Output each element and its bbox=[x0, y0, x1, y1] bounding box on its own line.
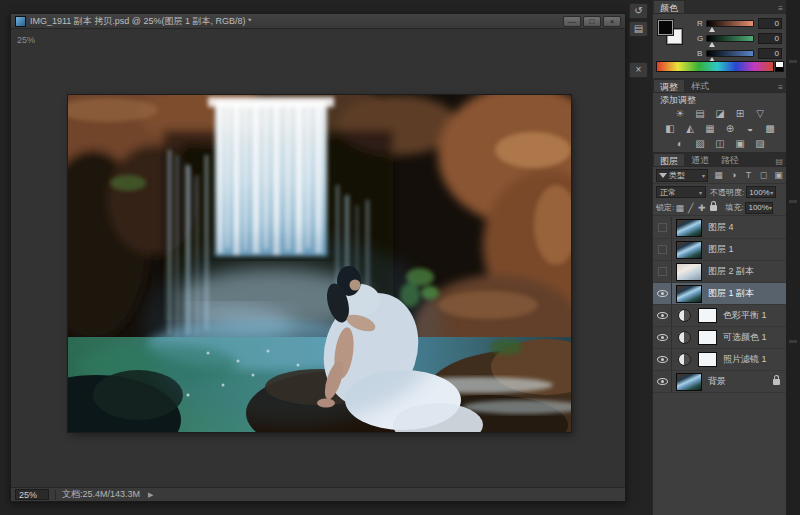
color-spectrum-ramp[interactable] bbox=[656, 61, 774, 72]
gradient-map-icon[interactable]: ▣ bbox=[734, 137, 747, 150]
layer-mask-thumbnail[interactable] bbox=[698, 330, 717, 345]
visibility-toggle[interactable] bbox=[653, 371, 672, 392]
visibility-toggle[interactable] bbox=[653, 283, 672, 304]
visibility-toggle[interactable] bbox=[653, 261, 672, 282]
filter-shape-layers-icon[interactable]: ◻ bbox=[758, 168, 769, 182]
lock-position-icon[interactable]: ✚ bbox=[696, 203, 707, 213]
channel-mixer-icon[interactable]: ◒ bbox=[744, 122, 757, 135]
blue-slider[interactable] bbox=[706, 50, 754, 57]
layer-row-photo-filter[interactable]: 照片滤镜 1 bbox=[653, 349, 787, 371]
vibrance-icon[interactable]: ▽ bbox=[754, 107, 767, 120]
status-zoom-field[interactable]: 25% bbox=[15, 489, 49, 500]
brightness-contrast-icon[interactable]: ☀ bbox=[674, 107, 687, 120]
green-value-field[interactable]: 0 bbox=[758, 33, 782, 44]
layer-row-selective-color[interactable]: 可选颜色 1 bbox=[653, 327, 787, 349]
photo-image[interactable] bbox=[68, 95, 571, 432]
exposure-icon[interactable]: ⊞ bbox=[734, 107, 747, 120]
tab-paths[interactable]: 路径 bbox=[715, 153, 745, 166]
layer-row-1-copy-selected[interactable]: 图层 1 副本 bbox=[653, 283, 787, 305]
filter-pixel-layers-icon[interactable]: ▦ bbox=[713, 168, 724, 182]
black-white-icon[interactable]: ▦ bbox=[704, 122, 717, 135]
filter-type-layers-icon[interactable]: T bbox=[743, 168, 754, 182]
fill-field[interactable]: 100% ▾ bbox=[745, 202, 773, 214]
slider-label-g: G bbox=[697, 34, 706, 43]
visibility-toggle[interactable] bbox=[653, 239, 672, 260]
color-balance-icon[interactable]: ◭ bbox=[684, 122, 697, 135]
document-titlebar[interactable]: IMG_1911 副本 拷贝.psd @ 25%(图层 1 副本, RGB/8)… bbox=[11, 14, 625, 29]
lock-pixels-icon[interactable]: ╱ bbox=[685, 203, 696, 213]
color-swatches[interactable] bbox=[658, 20, 684, 46]
tab-layers[interactable]: 图层 bbox=[653, 153, 685, 166]
layer-mask-thumbnail[interactable] bbox=[698, 308, 717, 323]
minimize-button[interactable]: — bbox=[563, 16, 581, 27]
levels-icon[interactable]: ▤ bbox=[694, 107, 707, 120]
filter-smart-object-icon[interactable]: ▣ bbox=[773, 168, 784, 182]
screen: IMG_1911 副本 拷贝.psd @ 25%(图层 1 副本, RGB/8)… bbox=[0, 0, 800, 515]
opacity-field[interactable]: 100% ▾ bbox=[746, 186, 776, 198]
curves-icon[interactable]: ◪ bbox=[714, 107, 727, 120]
hue-saturation-icon[interactable]: ◧ bbox=[664, 122, 677, 135]
layer-row-2-copy[interactable]: 图层 2 副本 bbox=[653, 261, 787, 283]
adjustments-hint: 添加调整 bbox=[660, 94, 696, 107]
photo-filter-icon[interactable]: ⊕ bbox=[724, 122, 737, 135]
history-panel-icon[interactable]: ↺ bbox=[629, 3, 648, 19]
posterize-icon[interactable]: ▧ bbox=[694, 137, 707, 150]
visibility-toggle[interactable] bbox=[653, 327, 672, 348]
layer-thumbnail[interactable] bbox=[676, 373, 702, 391]
selective-color-icon[interactable]: ▨ bbox=[754, 137, 767, 150]
adjustment-layer-icon[interactable] bbox=[678, 331, 691, 344]
lock-all-icon[interactable] bbox=[710, 205, 717, 211]
close-button[interactable]: × bbox=[603, 16, 621, 27]
close-panel-icon[interactable]: × bbox=[629, 62, 648, 78]
red-slider-thumb[interactable] bbox=[709, 27, 715, 32]
fill-caret-icon: ▾ bbox=[769, 204, 772, 211]
tab-adjustments[interactable]: 调整 bbox=[653, 79, 685, 92]
fill-value: 100% bbox=[748, 203, 768, 212]
layer-thumbnail[interactable] bbox=[676, 285, 702, 303]
visibility-toggle[interactable] bbox=[653, 349, 672, 370]
eye-hidden-icon bbox=[658, 267, 667, 276]
ramp-end-swatches[interactable] bbox=[775, 61, 784, 72]
layer-thumbnail[interactable] bbox=[676, 219, 702, 237]
tab-channels[interactable]: 通道 bbox=[685, 153, 715, 166]
adjustment-layer-icon[interactable] bbox=[678, 353, 691, 366]
visibility-toggle[interactable] bbox=[653, 305, 672, 326]
eye-icon bbox=[657, 312, 668, 319]
filter-adjustment-layers-icon[interactable]: ◑ bbox=[728, 168, 739, 182]
canvas-area[interactable]: 25% bbox=[11, 30, 625, 488]
green-slider[interactable] bbox=[706, 35, 754, 42]
foreground-color-swatch[interactable] bbox=[658, 20, 673, 35]
tab-color[interactable]: 颜色 bbox=[653, 0, 685, 13]
layer-row-background[interactable]: 背景 bbox=[653, 371, 787, 393]
status-expand-icon[interactable]: ▶ bbox=[148, 491, 153, 499]
green-slider-thumb[interactable] bbox=[709, 42, 715, 47]
background-lock-icon bbox=[773, 379, 780, 385]
layer-thumbnail[interactable] bbox=[676, 241, 702, 259]
layer-row-color-balance[interactable]: 色彩平衡 1 bbox=[653, 305, 787, 327]
color-lookup-icon[interactable]: ▩ bbox=[764, 122, 777, 135]
red-value-field[interactable]: 0 bbox=[758, 18, 782, 29]
tab-styles[interactable]: 样式 bbox=[685, 79, 715, 92]
layer-mask-thumbnail[interactable] bbox=[698, 352, 717, 367]
blue-value-field[interactable]: 0 bbox=[758, 48, 782, 59]
red-slider[interactable] bbox=[706, 20, 754, 27]
opacity-caret-icon: ▾ bbox=[770, 189, 773, 196]
layer-thumbnail[interactable] bbox=[676, 263, 702, 281]
layer-row-4[interactable]: 图层 4 bbox=[653, 217, 787, 239]
lock-transparency-icon[interactable]: ▦ bbox=[674, 203, 685, 213]
status-divider bbox=[55, 490, 56, 500]
properties-panel-icon[interactable]: ▤ bbox=[629, 21, 648, 37]
blend-mode-value: 正常 bbox=[660, 187, 676, 198]
visibility-toggle[interactable] bbox=[653, 217, 672, 238]
invert-icon[interactable]: ◐ bbox=[674, 137, 687, 150]
layer-name: 可选颜色 1 bbox=[723, 331, 767, 344]
opacity-label: 不透明度: bbox=[710, 187, 744, 198]
maximize-button[interactable]: □ bbox=[583, 16, 601, 27]
layers-panel-menu-icon[interactable]: ▤ bbox=[771, 157, 787, 166]
blend-mode-row: 正常 ▾ 不透明度: 100% ▾ bbox=[653, 184, 787, 200]
blend-mode-dropdown[interactable]: 正常 ▾ bbox=[656, 186, 706, 198]
adjustment-layer-icon[interactable] bbox=[678, 309, 691, 322]
layer-row-1[interactable]: 图层 1 bbox=[653, 239, 787, 261]
layer-filter-dropdown[interactable]: 类型 ▾ bbox=[656, 169, 708, 182]
threshold-icon[interactable]: ◫ bbox=[714, 137, 727, 150]
